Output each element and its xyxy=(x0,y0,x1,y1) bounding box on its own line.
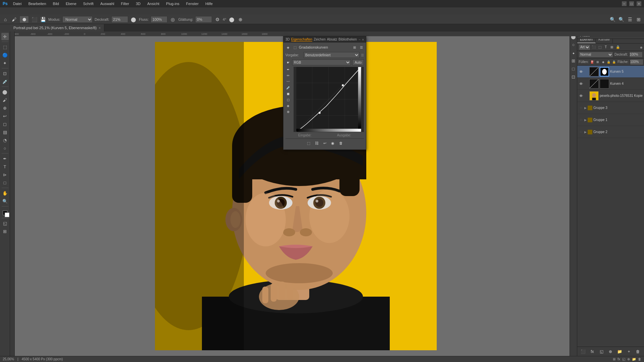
layer-new-group-button[interactable]: 📁 xyxy=(617,349,623,355)
layer-item-kurven5[interactable]: 👁 Kurven 5 xyxy=(577,66,644,78)
eraser-tool[interactable]: ◻ xyxy=(1,120,9,128)
gradient-tool[interactable]: ▤ xyxy=(1,128,9,136)
curve-eyedropper-tool[interactable]: 💉 xyxy=(285,85,291,90)
path-select-tool[interactable]: ⊳ xyxy=(1,171,9,178)
layer-adjust-icon[interactable]: T xyxy=(603,45,608,50)
brush-preset-icon[interactable]: ⬤ xyxy=(19,16,29,23)
layer-toggle-icon[interactable]: ● xyxy=(640,45,643,50)
menu-filter[interactable]: Filter xyxy=(120,1,130,6)
layer-eye-gruppe1[interactable]: 👁 xyxy=(579,118,583,122)
gruppe2-expand-arrow[interactable]: ▶ xyxy=(584,130,587,134)
curves-bottom-eye-icon[interactable]: ◉ xyxy=(330,140,336,146)
curves-tab-3d[interactable]: 3D xyxy=(285,38,290,42)
auto-button[interactable]: Auto xyxy=(352,59,364,65)
layer-new-fill-button[interactable]: ⊕ xyxy=(607,349,613,355)
fill-icon-lock-pos[interactable]: 🔒 xyxy=(606,60,611,64)
screen-mode-tool[interactable]: ⊞ xyxy=(1,228,9,235)
search-top-icon[interactable]: 🔍 xyxy=(609,16,616,23)
eyedropper-tool[interactable]: 💉 xyxy=(1,78,9,85)
layer-new-layer-button[interactable]: + xyxy=(626,349,632,355)
crop-tool[interactable]: ⊡ xyxy=(1,70,9,77)
gruppe1-expand-arrow[interactable]: ▶ xyxy=(584,118,587,122)
layer-item-gruppe2[interactable]: 👁 ▶ Gruppe 2 xyxy=(577,126,644,138)
curves-options-icon[interactable]: ☰ xyxy=(359,45,364,50)
healing-tool[interactable]: ⬤ xyxy=(1,88,9,96)
curves-bottom-link-icon[interactable]: ⛓ xyxy=(314,140,320,146)
flache-input[interactable] xyxy=(630,59,643,65)
vorgabe-select[interactable]: Benutzerdefiniert xyxy=(304,52,360,58)
layer-delete-button[interactable]: 🗑 xyxy=(635,349,641,355)
layer-lock-icon[interactable]: 🔒 xyxy=(615,45,621,50)
layer-add-style-button[interactable]: fx xyxy=(589,349,595,355)
curve-pencil-tool[interactable]: ✏ xyxy=(285,73,291,78)
hand-tool[interactable]: ✋ xyxy=(1,189,9,197)
home-icon[interactable]: ⌂ xyxy=(2,16,9,23)
right-icon-6[interactable]: ⊡ xyxy=(570,73,577,80)
menu-hilfe[interactable]: Hilfe xyxy=(204,1,214,6)
background-color[interactable] xyxy=(5,213,9,217)
brush-tool[interactable]: 🖌 xyxy=(1,96,9,104)
workspace-icon[interactable]: ☰ xyxy=(627,16,633,23)
layer-eye-kurven5[interactable]: 👁 xyxy=(579,69,583,74)
curves-bottom-mask-icon[interactable]: ⬚ xyxy=(306,140,312,146)
layer-item-gruppe1[interactable]: 👁 ▶ Gruppe 1 xyxy=(577,114,644,126)
layer-add-mask-button[interactable]: ◱ xyxy=(598,349,604,355)
load-icon[interactable]: ⬛ xyxy=(31,16,38,23)
pen-tool[interactable]: ✒ xyxy=(1,155,9,162)
curves-layer-icon[interactable]: ⬚ xyxy=(292,45,298,50)
right-icon-5[interactable]: □ xyxy=(570,65,577,72)
gruppe3-expand-arrow[interactable]: ▶ xyxy=(584,106,587,110)
dodge-tool[interactable]: ○ xyxy=(1,144,9,152)
pressure-icon[interactable]: ⬤ xyxy=(228,16,235,23)
text-tool[interactable]: T xyxy=(1,163,9,170)
history-tool[interactable]: ↩ xyxy=(1,112,9,120)
layout-icon[interactable]: ⊞ xyxy=(635,16,642,23)
curves-clip-icon[interactable]: ⊞ xyxy=(352,45,357,50)
shape-tool[interactable]: □ xyxy=(1,179,9,186)
layer-eye-gruppe2[interactable]: 👁 xyxy=(579,130,583,134)
menu-ansicht[interactable]: Ansicht xyxy=(146,1,161,6)
fill-icon-lock-fill[interactable]: ◈ xyxy=(601,60,605,64)
curves-tab-eigenschaften[interactable]: Eigenschaften xyxy=(291,38,312,42)
clone-tool[interactable]: ⊕ xyxy=(1,104,9,112)
menu-ebene[interactable]: Ebene xyxy=(64,1,78,6)
layer-item-kurven4[interactable]: 👁 Kurven 4 xyxy=(577,78,644,90)
curves-bottom-delete-icon[interactable]: 🗑 xyxy=(338,140,344,146)
fill-icon-lock-art[interactable]: ⊞ xyxy=(595,60,600,64)
lasso-tool[interactable]: 🔵 xyxy=(1,51,9,59)
curves-tab-bibliotheken[interactable]: Bibliotheken xyxy=(338,38,357,42)
right-icon-3[interactable]: ⬥ xyxy=(570,49,577,56)
maximize-button[interactable]: □ xyxy=(629,1,634,6)
layer-new-icon[interactable]: ⬚ xyxy=(597,45,602,50)
marquee-tool[interactable]: ⬚ xyxy=(1,43,9,51)
layer-mode-select[interactable]: Normal xyxy=(579,52,613,58)
layer-eye-photo[interactable]: 👁 xyxy=(579,94,583,98)
menu-3d[interactable]: 3D xyxy=(135,1,142,6)
document-tab[interactable]: Portrait.psd bei 25,1% (Kurven 5, Ebenen… xyxy=(10,24,104,32)
channel-select[interactable]: RGB xyxy=(292,59,351,65)
layer-search-dropdown[interactable]: Art xyxy=(579,44,590,50)
right-icon-4[interactable]: ⊞ xyxy=(570,57,577,64)
modus-select[interactable]: Normal xyxy=(62,16,93,23)
close-button[interactable]: × xyxy=(637,1,641,6)
search-input-icon[interactable]: 🔍 xyxy=(618,16,625,23)
curves-collapse-icon[interactable]: − xyxy=(359,38,361,42)
layer-eye-kurven4[interactable]: 👁 xyxy=(579,81,583,86)
fill-icon-lock-all[interactable]: 🔒 xyxy=(611,60,616,64)
opacity-input[interactable] xyxy=(629,52,643,58)
curves-finger-icon[interactable]: ☛ xyxy=(285,60,291,65)
deckraft-input[interactable] xyxy=(111,16,128,23)
menu-plugins[interactable]: Plug-ins xyxy=(165,1,181,6)
tab-close-button[interactable]: × xyxy=(99,26,101,30)
curve-white-point-tool[interactable]: ◻ xyxy=(285,97,291,102)
curves-tab-zeichen[interactable]: Zeichen xyxy=(314,38,326,42)
save-icon[interactable]: 💾 xyxy=(40,16,46,23)
menu-schrift[interactable]: Schrift xyxy=(82,1,95,6)
glattung-input[interactable] xyxy=(195,16,212,23)
airbrush-icon[interactable]: ⬤ xyxy=(130,16,137,23)
layer-filter-toggle-button[interactable]: ⬛ xyxy=(580,349,586,355)
menu-auswahl[interactable]: Auswahl xyxy=(99,1,116,6)
layer-smart-icon[interactable]: ⊞ xyxy=(609,45,614,50)
settings-icon[interactable]: ⚙ xyxy=(214,16,221,23)
opacity-icon[interactable]: ◎ xyxy=(169,16,176,23)
